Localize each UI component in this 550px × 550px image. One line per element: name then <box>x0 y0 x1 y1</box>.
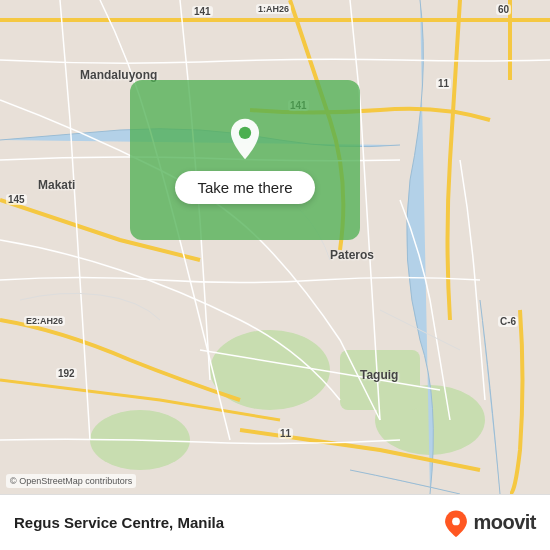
location-overlay: Take me there <box>130 80 360 240</box>
moovit-logo: moovit <box>442 509 536 537</box>
location-info: Regus Service Centre, Manila <box>14 514 224 531</box>
bottom-bar: Regus Service Centre, Manila moovit <box>0 494 550 550</box>
svg-point-8 <box>453 517 461 525</box>
location-pin-icon <box>223 117 267 161</box>
map-area: Mandaluyong Makati Pateros Taguig 141 14… <box>0 0 550 494</box>
location-name: Regus Service Centre, Manila <box>14 514 224 531</box>
moovit-logo-text: moovit <box>473 511 536 534</box>
map-roads <box>0 0 550 494</box>
location-city: Manila <box>177 514 224 531</box>
take-me-there-button[interactable]: Take me there <box>175 171 314 204</box>
app: Mandaluyong Makati Pateros Taguig 141 14… <box>0 0 550 550</box>
svg-point-7 <box>239 126 251 138</box>
moovit-pin-icon <box>442 509 470 537</box>
map-attribution: © OpenStreetMap contributors <box>6 474 136 488</box>
